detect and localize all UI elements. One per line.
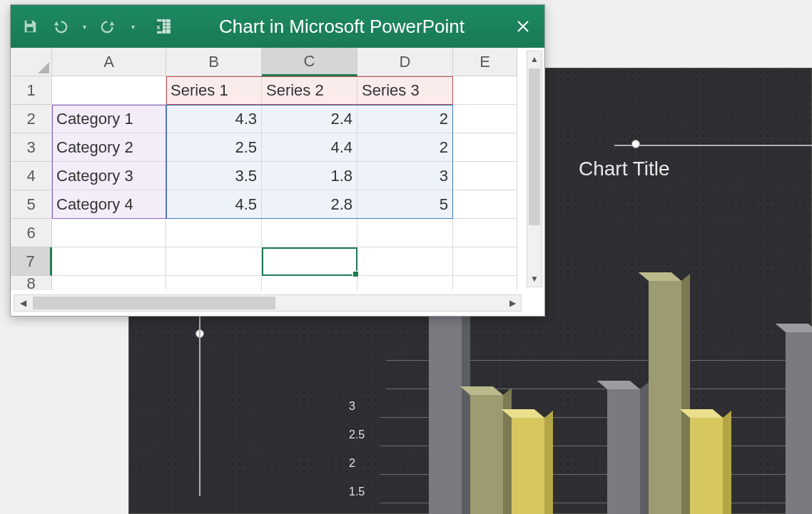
y-tick: 2 (349, 457, 355, 470)
cell-A4[interactable]: Category 3 (52, 162, 166, 190)
excel-app-icon: x (153, 17, 172, 36)
selection-handle[interactable] (631, 140, 640, 148)
undo-dropdown-icon[interactable]: ▾ (81, 23, 88, 31)
cell-E5[interactable] (453, 190, 517, 219)
cell-D5[interactable]: 5 (357, 190, 453, 219)
row-header-7[interactable]: 7 (11, 247, 52, 276)
svg-rect-1 (26, 27, 33, 31)
cell-E3[interactable] (453, 133, 517, 162)
cell-E6[interactable] (453, 219, 517, 247)
scroll-left-icon[interactable]: ◀ (14, 295, 31, 311)
cell-A7[interactable] (52, 247, 166, 276)
cell-A1[interactable] (52, 76, 166, 105)
scrollbar-thumb[interactable] (529, 68, 540, 225)
cell-C4[interactable]: 1.8 (262, 162, 357, 190)
chart-bars: Category 1 Categor (415, 282, 812, 514)
cell-C3[interactable]: 4.4 (262, 133, 357, 162)
cell-D1[interactable]: Series 3 (357, 76, 453, 105)
selection-edge (614, 145, 812, 146)
cell-C1[interactable]: Series 2 (262, 76, 357, 105)
cell-A2[interactable]: Category 1 (52, 105, 166, 133)
row-header-5[interactable]: 5 (11, 190, 52, 219)
row-header-2[interactable]: 2 (11, 105, 52, 133)
svg-text:x: x (156, 23, 161, 31)
excel-chart-data-window[interactable]: ▾ ▾ x Chart in Microsoft PowerPoint A B … (10, 4, 545, 317)
scroll-right-icon[interactable]: ▶ (504, 295, 521, 311)
svg-rect-0 (26, 21, 31, 24)
redo-icon[interactable] (99, 17, 118, 36)
col-header-B[interactable]: B (166, 48, 262, 76)
cell-A3[interactable]: Category 2 (52, 133, 166, 162)
cell-A8[interactable] (52, 276, 166, 290)
vertical-scrollbar[interactable]: ▲ ▼ (527, 51, 542, 287)
cell-C5[interactable]: 2.8 (262, 190, 357, 219)
row-header-6[interactable]: 6 (11, 219, 52, 247)
cell-D6[interactable] (357, 219, 453, 247)
cell-B2[interactable]: 4.3 (166, 105, 262, 133)
col-header-C[interactable]: C (262, 48, 357, 76)
cell-C6[interactable] (262, 219, 357, 247)
cell-D4[interactable]: 3 (357, 162, 453, 190)
chart-title[interactable]: Chart Title (579, 158, 670, 180)
chart-plot-area[interactable]: 0 0.5 1 1.5 2 2.5 3 (343, 282, 812, 514)
cell-C2[interactable]: 2.4 (262, 105, 357, 133)
col-header-A[interactable]: A (52, 48, 166, 76)
titlebar[interactable]: ▾ ▾ x Chart in Microsoft PowerPoint (11, 5, 544, 48)
cell-B6[interactable] (166, 219, 262, 247)
y-tick: 2.5 (349, 428, 365, 441)
select-all-corner[interactable] (11, 48, 52, 76)
cell-D3[interactable]: 2 (357, 133, 453, 162)
row-header-3[interactable]: 3 (11, 133, 52, 162)
cell-B4[interactable]: 3.5 (166, 162, 262, 190)
row-header-4[interactable]: 4 (11, 162, 52, 190)
y-tick: 1.5 (349, 485, 365, 498)
save-icon[interactable] (21, 17, 39, 36)
cell-B5[interactable]: 4.5 (166, 190, 262, 219)
redo-dropdown-icon[interactable]: ▾ (129, 23, 136, 31)
cell-C7[interactable] (262, 247, 357, 276)
close-button[interactable] (512, 15, 534, 38)
scroll-down-icon[interactable]: ▼ (527, 271, 542, 287)
cell-B1[interactable]: Series 1 (166, 76, 262, 105)
cell-B8[interactable] (166, 276, 262, 290)
row-header-8[interactable]: 8 (11, 276, 52, 290)
window-title: Chart in Microsoft PowerPoint (183, 16, 500, 38)
cell-D7[interactable] (357, 247, 453, 276)
col-header-D[interactable]: D (357, 48, 453, 76)
cell-E2[interactable] (453, 105, 517, 133)
cell-E1[interactable] (453, 76, 517, 105)
cell-E7[interactable] (453, 247, 517, 276)
row-header-1[interactable]: 1 (11, 76, 52, 105)
cell-E4[interactable] (453, 162, 517, 190)
cell-D8[interactable] (357, 276, 453, 290)
scrollbar-thumb[interactable] (33, 297, 275, 309)
y-tick: 3 (349, 400, 355, 413)
scroll-up-icon[interactable]: ▲ (527, 51, 542, 67)
undo-icon[interactable] (51, 17, 69, 36)
cell-B7[interactable] (166, 247, 262, 276)
cell-E8[interactable] (453, 276, 517, 290)
horizontal-scrollbar[interactable]: ◀ ▶ (14, 294, 522, 312)
cell-D2[interactable]: 2 (357, 105, 453, 133)
cell-B3[interactable]: 2.5 (166, 133, 262, 162)
cell-A5[interactable]: Category 4 (52, 190, 166, 219)
col-header-E[interactable]: E (453, 48, 517, 76)
cell-A6[interactable] (52, 219, 166, 247)
cell-C8[interactable] (262, 276, 357, 290)
spreadsheet[interactable]: A B C D E 1 Series 1 Series 2 Series 3 2… (11, 48, 544, 290)
